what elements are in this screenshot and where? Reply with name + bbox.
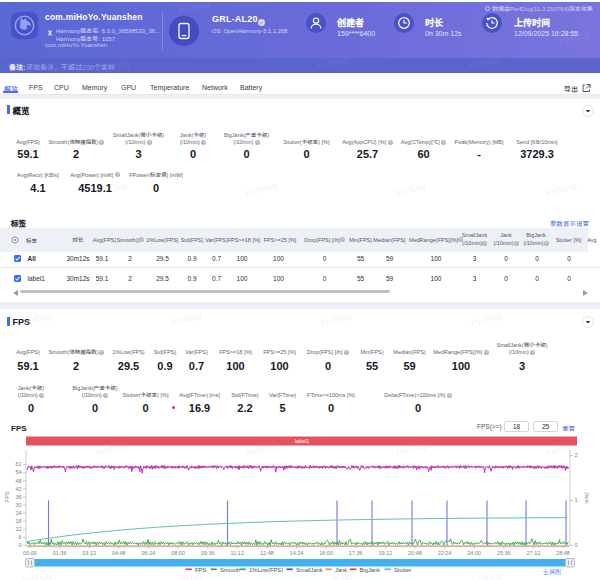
svg-text:20:48: 20:48 <box>408 550 422 556</box>
svg-text:Jank: Jank <box>584 492 590 504</box>
svg-text:12:48: 12:48 <box>260 550 274 556</box>
svg-text:48: 48 <box>15 478 21 484</box>
svg-text:0: 0 <box>18 542 21 548</box>
svg-text:全屏图: 全屏图 <box>542 569 561 576</box>
svg-text:19:12: 19:12 <box>378 550 392 556</box>
svg-text:54: 54 <box>15 469 21 475</box>
svg-text:00:00: 00:00 <box>23 550 37 556</box>
svg-text:01:36: 01:36 <box>53 550 67 556</box>
svg-text:FPS: FPS <box>4 491 10 502</box>
svg-text:03:12: 03:12 <box>82 550 96 556</box>
svg-text:14:24: 14:24 <box>290 550 304 556</box>
svg-text:08:00: 08:00 <box>171 550 185 556</box>
svg-text:16:00: 16:00 <box>319 550 333 556</box>
svg-text:30: 30 <box>15 502 21 508</box>
svg-text:36: 36 <box>15 494 21 500</box>
svg-text:18: 18 <box>15 518 21 524</box>
svg-text:6: 6 <box>18 534 21 540</box>
svg-text:FPS: FPS <box>195 567 206 573</box>
svg-text:2: 2 <box>575 452 578 458</box>
svg-text:PerfDog: PerfDog <box>468 54 501 72</box>
svg-text:04:48: 04:48 <box>112 550 126 556</box>
svg-text:PerfDog: PerfDog <box>558 29 591 47</box>
svg-text:24:00: 24:00 <box>467 550 481 556</box>
svg-text:24: 24 <box>15 510 21 516</box>
svg-text:61: 61 <box>15 461 21 467</box>
svg-text:Stutter: Stutter <box>394 567 411 573</box>
svg-text:1: 1 <box>575 497 578 503</box>
svg-text:PerfDog: PerfDog <box>178 0 211 16</box>
svg-text:label1: label1 <box>295 438 310 444</box>
svg-text:06:24: 06:24 <box>142 550 156 556</box>
svg-text:28:48: 28:48 <box>556 550 570 556</box>
svg-text:09:36: 09:36 <box>201 550 215 556</box>
svg-text:PerfDog: PerfDog <box>316 54 349 72</box>
svg-text:22:24: 22:24 <box>438 550 452 556</box>
svg-text:0: 0 <box>575 542 578 548</box>
svg-text:SmallJank: SmallJank <box>296 567 323 573</box>
svg-text:1%Low(FPS): 1%Low(FPS) <box>249 567 283 573</box>
svg-text:Smooth: Smooth <box>220 567 240 573</box>
svg-text:25:36: 25:36 <box>497 550 511 556</box>
svg-text:BigJank: BigJank <box>360 567 381 573</box>
svg-text:Jank: Jank <box>335 567 347 573</box>
svg-text:42: 42 <box>15 486 21 492</box>
svg-text:17:36: 17:36 <box>349 550 363 556</box>
svg-text:12: 12 <box>15 526 21 532</box>
svg-text:27:12: 27:12 <box>527 550 541 556</box>
svg-text:11:12: 11:12 <box>231 550 244 556</box>
svg-text:PerfDog: PerfDog <box>98 58 131 76</box>
